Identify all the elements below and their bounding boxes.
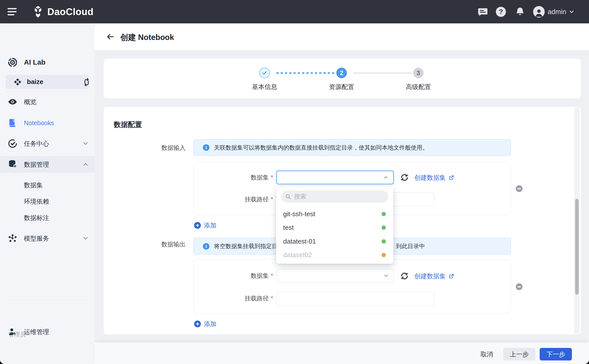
back-arrow-icon[interactable] bbox=[106, 32, 115, 41]
required-asterisk: * bbox=[271, 295, 273, 302]
chevron-down-icon bbox=[82, 235, 89, 242]
chevron-down-icon bbox=[82, 140, 89, 147]
step-connector-done bbox=[276, 72, 335, 74]
required-asterisk: * bbox=[271, 174, 273, 181]
add-data-output-button[interactable]: + 添加 bbox=[194, 320, 216, 328]
check-icon bbox=[262, 70, 268, 76]
external-link-icon bbox=[448, 273, 454, 279]
remove-output-entry-icon[interactable] bbox=[516, 283, 523, 290]
step-connector-pending bbox=[353, 73, 412, 73]
dropdown-option[interactable]: git-ssh-test bbox=[276, 207, 393, 221]
info-text: 关联数据集可以将数据集内的数据直接挂载到指定目录，使其如同本地文件般使用。 bbox=[214, 144, 428, 152]
brand-logo[interactable]: DaoCloud bbox=[32, 6, 93, 18]
sidebar-item-data-management[interactable]: 数据管理 bbox=[0, 157, 94, 172]
chevron-down-icon bbox=[383, 272, 389, 279]
workspace-name: baize bbox=[27, 78, 43, 86]
sidebar-item-label: 环境依赖 bbox=[24, 197, 49, 206]
step-2-active: 2 bbox=[336, 68, 347, 78]
scrollbar-thumb[interactable] bbox=[575, 199, 579, 295]
dropdown-search[interactable] bbox=[281, 191, 388, 203]
next-step-button[interactable]: 下一步 bbox=[540, 348, 572, 360]
topbar: DaoCloud ? admin bbox=[0, 0, 589, 23]
mount-path-output-input[interactable] bbox=[276, 291, 434, 305]
remove-input-entry-icon[interactable] bbox=[516, 185, 523, 192]
status-dot-orange bbox=[382, 253, 386, 257]
plus-icon: + bbox=[194, 321, 201, 327]
database-gear-icon bbox=[7, 159, 18, 170]
sidebar-item-label: Notebooks bbox=[24, 119, 54, 127]
step-3-label: 高级配置 bbox=[393, 83, 444, 91]
sidebar-item-overview[interactable]: 概览 bbox=[0, 94, 94, 110]
user-menu-chevron-down-icon[interactable] bbox=[568, 9, 575, 15]
daocloud-logo-icon bbox=[32, 6, 44, 18]
step-3-pending: 3 bbox=[413, 68, 424, 78]
chevron-up-icon bbox=[383, 174, 389, 181]
dropdown-option: dataset02 bbox=[276, 248, 393, 262]
sidebar-item-notebooks[interactable]: Notebooks bbox=[0, 115, 94, 131]
sidebar-item-label: 数据管理 bbox=[24, 160, 49, 169]
info-text-prefix: 将空数据集挂载到指定目 bbox=[214, 242, 278, 250]
sidebar-subitem-datasets[interactable]: 数据集 bbox=[0, 177, 94, 193]
create-dataset-link[interactable]: 创建数据集 bbox=[414, 272, 454, 280]
step-1-label: 基本信息 bbox=[239, 83, 290, 91]
previous-step-button[interactable]: 上一步 bbox=[503, 348, 535, 360]
refresh-datasets-icon[interactable] bbox=[400, 173, 409, 182]
sidebar-item-label: 任务中心 bbox=[24, 140, 49, 148]
workspace-switch-icon[interactable] bbox=[83, 78, 91, 86]
add-data-input-button[interactable]: + 添加 bbox=[194, 221, 216, 230]
refresh-datasets-icon[interactable] bbox=[400, 272, 409, 280]
data-input-info-alert: i 关联数据集可以将数据集内的数据直接挂载到指定目录，使其如同本地文件般使用。 bbox=[194, 139, 511, 156]
required-asterisk: * bbox=[271, 272, 273, 279]
eye-icon bbox=[7, 96, 18, 107]
cancel-button[interactable]: 取消 bbox=[477, 348, 496, 360]
user-avatar[interactable] bbox=[533, 6, 545, 18]
status-dot-green bbox=[382, 239, 386, 244]
dataset-field-label: 数据集* bbox=[194, 269, 273, 283]
dataset-select-output[interactable] bbox=[276, 269, 394, 283]
option-label: dataset02 bbox=[283, 251, 312, 259]
app-window: DaoCloud ? admin bbox=[0, 0, 589, 364]
dropdown-search-input[interactable] bbox=[294, 193, 384, 200]
ai-lab-icon bbox=[7, 57, 18, 68]
notifications-bell-icon[interactable] bbox=[514, 6, 526, 17]
search-icon bbox=[285, 193, 291, 200]
task-check-icon bbox=[7, 138, 18, 149]
data-output-card: 数据集* 创建数据集 挂载路径* bbox=[194, 259, 511, 313]
sidebar-item-label: 运维管理 bbox=[24, 328, 49, 336]
option-label: git-ssh-test bbox=[283, 210, 315, 218]
sidebar-item-label: 模型服务 bbox=[24, 234, 49, 243]
workspace-icon bbox=[13, 77, 22, 86]
dropdown-option[interactable]: datatest-01 bbox=[276, 235, 393, 248]
sidebar-item-model-service[interactable]: 模型服务 bbox=[0, 231, 94, 246]
dataset-select-input[interactable] bbox=[276, 171, 394, 184]
section-title: 数据配置 bbox=[114, 120, 142, 129]
sidebar: AI Lab baize bbox=[0, 23, 94, 364]
help-icon[interactable]: ? bbox=[495, 6, 506, 17]
sidebar-item-task-center[interactable]: 任务中心 bbox=[0, 136, 94, 151]
info-text-suffix: 到此目录中 bbox=[396, 242, 425, 250]
sidebar-subitem-env-deps[interactable]: 环境依赖 bbox=[0, 194, 94, 209]
sidebar-product[interactable]: AI Lab bbox=[0, 55, 94, 70]
dropdown-option[interactable]: test bbox=[276, 221, 393, 235]
sidebar-item-ops-management[interactable]: 运维管理 bbox=[0, 324, 94, 340]
brand-name: DaoCloud bbox=[47, 7, 93, 17]
dataset-field-label: 数据集* bbox=[194, 171, 273, 184]
status-dot-green bbox=[382, 225, 386, 230]
status-dot-green bbox=[382, 212, 386, 216]
notebook-icon bbox=[7, 117, 18, 128]
workspace-selector[interactable]: baize bbox=[6, 75, 89, 89]
create-dataset-link[interactable]: 创建数据集 bbox=[414, 173, 454, 182]
chevron-up-icon bbox=[82, 161, 89, 168]
info-icon: i bbox=[203, 144, 209, 151]
option-label: test bbox=[283, 224, 294, 232]
data-output-label: 数据输出 bbox=[126, 236, 186, 252]
sidebar-subitem-data-annotation[interactable]: 数据标注 bbox=[0, 210, 94, 225]
dataset-dropdown: git-ssh-testtestdatatest-01dataset02 bbox=[276, 187, 393, 264]
menu-toggle-icon[interactable] bbox=[8, 8, 18, 16]
mount-path-field-label: 挂载路径* bbox=[194, 192, 273, 206]
data-input-label: 数据输入 bbox=[126, 140, 186, 156]
required-asterisk: * bbox=[271, 196, 273, 203]
messages-icon[interactable] bbox=[477, 6, 488, 17]
sidebar-item-label: 概览 bbox=[24, 98, 36, 106]
page-title: 创建 Notebook bbox=[120, 32, 174, 43]
